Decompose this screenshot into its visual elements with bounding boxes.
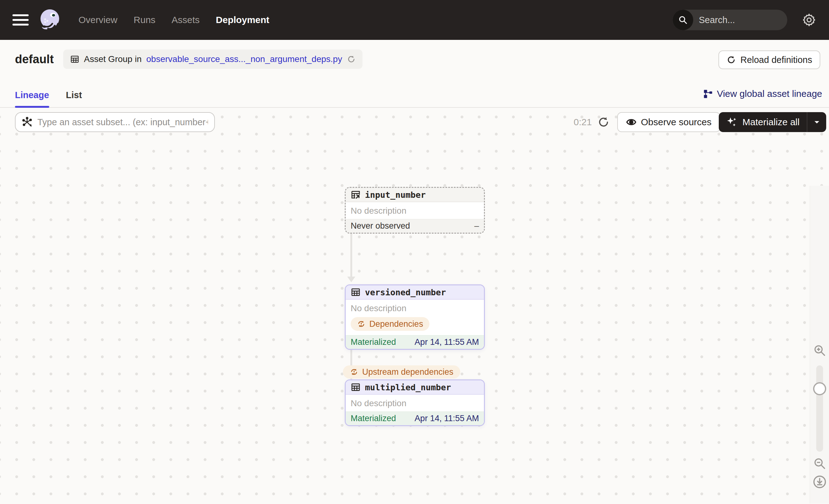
dependencies-tag[interactable]: Dependencies — [351, 317, 429, 331]
asset-description: No description — [346, 202, 484, 219]
asset-name: versioned_number — [365, 288, 446, 297]
asset-node-multiplied-number[interactable]: multiplied_number No description Materia… — [345, 380, 485, 426]
zoom-out-icon[interactable] — [813, 457, 826, 470]
asset-status: Materialized — [351, 414, 396, 423]
asset-filter-input[interactable] — [37, 117, 208, 128]
page-title: default — [15, 52, 54, 66]
sync-warning-icon — [357, 320, 366, 328]
reload-definitions-button[interactable]: Reload definitions — [718, 50, 820, 69]
global-search[interactable]: / — [673, 10, 787, 30]
asset-selection-icon — [22, 117, 32, 128]
asset-description: No description — [346, 395, 484, 411]
materialize-options-caret[interactable] — [807, 112, 826, 132]
eye-icon — [626, 117, 637, 128]
asset-name: multiplied_number — [365, 383, 451, 392]
download-image-icon[interactable] — [813, 475, 827, 489]
dagster-logo[interactable] — [37, 7, 64, 33]
search-input[interactable] — [693, 15, 787, 25]
refresh-icon[interactable] — [597, 116, 610, 128]
reload-location-icon[interactable] — [347, 55, 356, 64]
asset-status-value: – — [474, 221, 479, 231]
observe-sources-button[interactable]: Observe sources — [617, 112, 720, 132]
search-icon — [673, 10, 693, 30]
edge-input-to-versioned — [350, 231, 352, 277]
lineage-graph-icon — [703, 89, 713, 99]
view-global-asset-lineage-label: View global asset lineage — [717, 88, 822, 99]
asset-name: input_number — [365, 190, 426, 200]
asset-status: Materialized — [351, 337, 396, 347]
asset-group-icon — [70, 55, 79, 64]
observable-asset-icon — [351, 190, 361, 200]
table-asset-icon — [351, 287, 361, 297]
zoom-slider-track[interactable] — [816, 365, 823, 452]
caret-down-icon — [813, 118, 821, 126]
settings-gear-icon[interactable] — [802, 12, 817, 27]
asset-lineage-canvas[interactable]: 0:21 Observe sources Materialize all — [0, 108, 829, 503]
reload-icon — [726, 55, 736, 65]
nav-item-runs[interactable]: Runs — [134, 15, 155, 25]
observe-sources-label: Observe sources — [641, 117, 712, 128]
breadcrumb-file-link[interactable]: observable_source_ass..._non_argument_de… — [146, 54, 342, 64]
top-navbar: Overview Runs Assets Deployment / — [0, 0, 829, 40]
zoom-control-rail — [810, 186, 829, 503]
breadcrumb: Asset Group in observable_source_ass..._… — [63, 49, 362, 69]
nav-item-assets[interactable]: Assets — [172, 15, 200, 25]
asset-filter-input-box — [15, 112, 215, 132]
asset-timestamp[interactable]: Apr 14, 11:55 AM — [414, 337, 479, 347]
tab-list[interactable]: List — [66, 90, 82, 107]
asset-node-versioned-number[interactable]: versioned_number No description Dependen… — [345, 284, 485, 350]
dependencies-tag-label: Dependencies — [369, 319, 423, 329]
hamburger-menu-icon[interactable] — [12, 14, 29, 26]
nav-item-overview[interactable]: Overview — [78, 15, 117, 25]
asset-node-input-number[interactable]: input_number No description Never observ… — [345, 187, 485, 233]
materialize-all-button-group: Materialize all — [719, 112, 826, 132]
edge-arrowhead — [347, 277, 355, 282]
zoom-in-icon[interactable] — [813, 344, 826, 357]
zoom-slider-handle[interactable] — [813, 382, 826, 395]
tab-lineage[interactable]: Lineage — [15, 90, 49, 107]
sync-warning-icon — [350, 367, 358, 376]
breadcrumb-prefix: Asset Group in — [84, 54, 142, 64]
nav-item-deployment[interactable]: Deployment — [216, 15, 269, 25]
reload-definitions-label: Reload definitions — [740, 55, 812, 65]
asset-timestamp[interactable]: Apr 14, 11:55 AM — [414, 414, 479, 423]
asset-status: Never observed — [351, 221, 410, 231]
page-header: default Asset Group in observable_source… — [0, 40, 829, 108]
table-asset-icon — [351, 382, 361, 392]
materialize-all-button[interactable]: Materialize all — [719, 112, 807, 132]
upstream-dependencies-tag[interactable]: Upstream dependencies — [343, 365, 460, 379]
upstream-dependencies-label: Upstream dependencies — [362, 367, 454, 377]
primary-nav: Overview Runs Assets Deployment — [78, 15, 269, 25]
refresh-timer: 0:21 — [574, 112, 592, 132]
sparkle-icon — [726, 116, 737, 128]
materialize-all-label: Materialize all — [743, 117, 799, 128]
view-global-asset-lineage-link[interactable]: View global asset lineage — [703, 88, 822, 107]
asset-description: No description — [346, 300, 484, 317]
